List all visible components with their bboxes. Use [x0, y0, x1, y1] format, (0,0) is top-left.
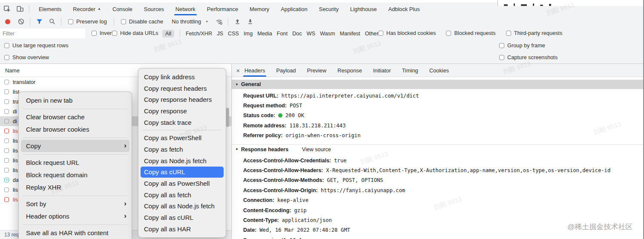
submenu-item-copy-all-as-powershell[interactable]: Copy all as PowerShell	[138, 178, 226, 189]
details-tab-cookies[interactable]: Cookies	[429, 64, 449, 77]
filter-type-manifest[interactable]: Manifest	[340, 31, 360, 37]
inspect-element-icon[interactable]	[3, 5, 11, 13]
submenu-item-copy-link-address[interactable]: Copy link address	[138, 71, 226, 83]
menu-item-clear-browser-cache[interactable]: Clear browser cache	[19, 111, 132, 123]
submenu-item-copy-response-headers[interactable]: Copy response headers	[138, 94, 226, 105]
submenu-item-copy-as-nodejs-fetch[interactable]: Copy as Node.js fetch	[138, 155, 226, 167]
tab-memory[interactable]: Memory	[250, 3, 269, 15]
has-blocked-cookies-checkbox[interactable]: Has blocked cookies	[378, 30, 436, 36]
filter-type-media[interactable]: Media	[257, 31, 272, 37]
submenu-item-copy-as-powershell[interactable]: Copy as PowerShell	[138, 132, 226, 144]
list-scrollbar-thumb[interactable]	[226, 108, 229, 127]
export-har-icon[interactable]	[246, 18, 254, 26]
filter-type-other[interactable]: Other	[365, 31, 379, 37]
response-headers-section-header[interactable]: ▼ Response headers View source	[232, 144, 644, 154]
checkbox	[499, 55, 504, 60]
submenu-item-copy-as-curl[interactable]: Copy as cURL	[141, 167, 224, 178]
details-tab-response[interactable]: Response	[337, 64, 362, 77]
header-field: Access-Control-Allow-Origin:https://fany…	[243, 185, 644, 195]
filter-funnel-icon[interactable]	[35, 18, 43, 26]
menu-item-open-in-new-tab[interactable]: Open in new tab	[19, 94, 132, 107]
recorder-experiment-icon: ▲	[98, 7, 101, 11]
tab-elements[interactable]: Elements	[39, 3, 61, 15]
divider	[228, 18, 228, 26]
devtools-tabs: Elements Recorder▲ Console Sources Netwo…	[39, 3, 420, 15]
tab-security[interactable]: Security	[319, 3, 339, 15]
tab-sources[interactable]: Sources	[144, 3, 164, 15]
submenu-item-copy-stack-trace[interactable]: Copy stack trace	[138, 117, 226, 128]
tab-recorder[interactable]: Recorder▲	[73, 3, 101, 15]
menu-item-save-all-har[interactable]: Save all as HAR with content	[19, 227, 132, 239]
tab-console[interactable]: Console	[112, 3, 132, 15]
general-section-header[interactable]: ▼ General	[232, 80, 644, 89]
clear-icon[interactable]	[17, 18, 25, 26]
filter-type-doc[interactable]: Doc	[292, 31, 302, 37]
header-field: Remote address:118.31.218.211:443	[243, 121, 644, 130]
submenu-item-copy-as-fetch[interactable]: Copy as fetch	[138, 144, 226, 155]
blocked-requests-checkbox[interactable]: Blocked requests	[446, 30, 495, 36]
device-toolbar-icon[interactable]	[16, 5, 24, 13]
request-type-icon	[4, 99, 9, 104]
throttling-select[interactable]: No throttling ▼	[172, 18, 208, 25]
submenu-chevron-icon: ›	[124, 199, 126, 208]
filter-input[interactable]	[0, 29, 85, 38]
filter-type-wasm[interactable]: Wasm	[320, 31, 335, 37]
menu-item-block-request-url[interactable]: Block request URL	[19, 156, 132, 169]
tab-adblock-plus[interactable]: Adblock Plus	[388, 3, 420, 15]
tab-network[interactable]: Network	[175, 3, 196, 15]
use-large-request-rows-checkbox[interactable]: Use large request rows	[4, 42, 69, 49]
filter-type-all[interactable]: All	[162, 30, 174, 37]
menu-item-block-request-domain[interactable]: Block request domain	[19, 169, 132, 181]
network-options-row-1: Use large request rows Group by frame	[0, 40, 644, 52]
disable-cache-checkbox[interactable]: Disable cache	[121, 18, 163, 25]
menu-item-copy[interactable]: Copy›	[21, 140, 129, 152]
show-overview-checkbox[interactable]: Show overview	[4, 54, 49, 60]
invert-label: Invert	[100, 30, 113, 36]
menu-item-clear-browser-cookies[interactable]: Clear browser cookies	[19, 123, 132, 135]
filter-type-ws[interactable]: WS	[307, 31, 315, 37]
network-conditions-icon[interactable]	[215, 18, 223, 26]
menu-separator	[138, 128, 226, 132]
details-tab-timing[interactable]: Timing	[402, 64, 418, 77]
details-tab-preview[interactable]: Preview	[307, 64, 327, 77]
menu-separator	[19, 107, 132, 111]
details-tab-headers[interactable]: Headers	[244, 64, 265, 77]
tab-lighthouse[interactable]: Lighthouse	[350, 3, 377, 15]
submenu-item-copy-response[interactable]: Copy response	[138, 105, 226, 117]
details-tab-payload[interactable]: Payload	[276, 64, 296, 77]
submenu-item-copy-all-as-fetch[interactable]: Copy all as fetch	[138, 189, 226, 201]
filter-type-fetch-xhr[interactable]: Fetch/XHR	[186, 31, 212, 37]
group-by-frame-checkbox[interactable]: Group by frame	[499, 42, 545, 49]
menu-item-sort-by[interactable]: Sort by›	[19, 198, 132, 210]
menu-item-replay-xhr[interactable]: Replay XHR	[19, 181, 132, 193]
request-type-icon	[4, 158, 9, 163]
filter-type-css[interactable]: CSS	[228, 31, 239, 37]
submenu-item-copy-request-headers[interactable]: Copy request headers	[138, 83, 226, 94]
details-tab-initiator[interactable]: Initiator	[373, 64, 391, 77]
record-button[interactable]	[5, 19, 10, 24]
submenu-item-copy-all-as-nodejs-fetch[interactable]: Copy all as Node.js fetch	[138, 201, 226, 212]
tab-application[interactable]: Application	[281, 3, 308, 15]
filter-type-js[interactable]: JS	[217, 31, 223, 37]
submenu-item-copy-all-as-har[interactable]: Copy all as HAR	[138, 223, 226, 235]
preserve-log-checkbox[interactable]: Preserve log	[68, 18, 107, 25]
tab-performance[interactable]: Performance	[207, 3, 238, 15]
import-har-icon[interactable]	[233, 18, 241, 26]
submenu-item-copy-all-as-curl[interactable]: Copy all as cURL	[138, 212, 226, 223]
view-source-link[interactable]: View source	[302, 147, 331, 153]
request-type-icon	[4, 109, 9, 114]
network-toolbar: Preserve log Disable cache No throttling…	[0, 15, 644, 28]
capture-screenshots-checkbox[interactable]: Capture screenshots	[499, 54, 558, 60]
divider	[30, 18, 30, 26]
close-icon[interactable]: ×	[232, 67, 244, 74]
invert-checkbox[interactable]: Invert	[92, 30, 113, 36]
filter-type-font[interactable]: Font	[277, 31, 288, 37]
third-party-requests-checkbox[interactable]: Third-party requests	[506, 30, 563, 36]
menu-item-header-options[interactable]: Header options›	[19, 210, 132, 222]
filter-type-img[interactable]: Img	[244, 31, 253, 37]
status-green-dot	[278, 113, 282, 118]
hide-data-urls-checkbox[interactable]: Hide data URLs	[112, 30, 158, 36]
collapse-caret-icon: ▼	[235, 147, 239, 151]
extra-filter-checkboxes: Has blocked cookies Blocked requests Thi…	[378, 30, 562, 36]
search-icon[interactable]	[48, 18, 56, 26]
